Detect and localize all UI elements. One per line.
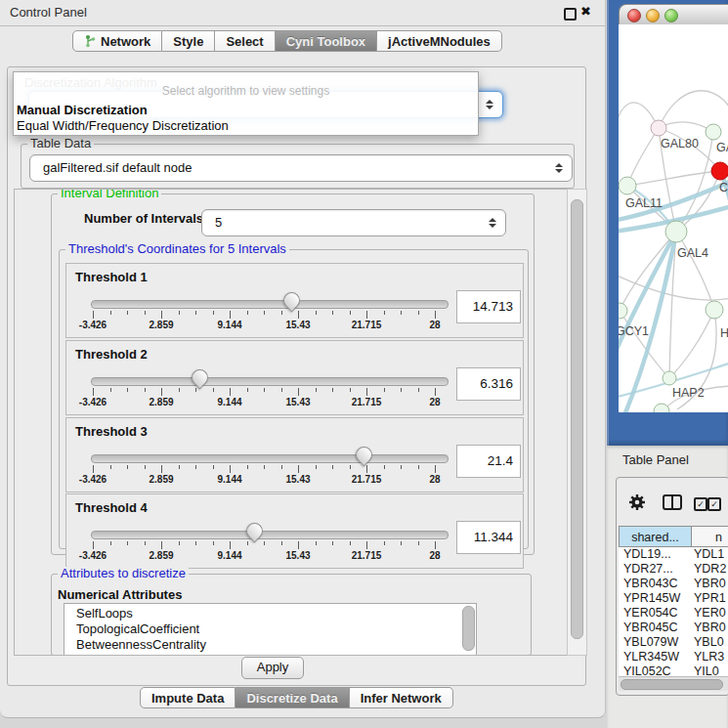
table-row[interactable]: YDL19...YDL1	[619, 547, 728, 562]
network-node[interactable]	[706, 124, 721, 140]
checkbox-icon[interactable]: ✓	[707, 497, 721, 511]
close-icon[interactable]: ✖	[580, 4, 591, 19]
number-of-intervals-label: Number of Intervals	[84, 211, 203, 226]
network-node[interactable]	[706, 301, 723, 319]
attribute-list-item[interactable]: SelfLoops	[64, 606, 476, 621]
tick-mark	[161, 311, 162, 319]
table-row[interactable]: YBR043CYBR0	[619, 577, 728, 591]
tick-mark	[213, 541, 214, 545]
gear-icon[interactable]	[628, 493, 646, 511]
tick-mark	[247, 311, 248, 315]
tick-mark	[247, 388, 248, 392]
tab-jactivemnodules[interactable]: jActiveMNodules	[377, 30, 502, 52]
tick-mark	[281, 311, 282, 315]
tick-label: 2.859	[132, 474, 191, 485]
table-row[interactable]: YER054CYER0	[619, 606, 728, 621]
cell-name: YBR0	[694, 577, 726, 591]
tab-label: Network	[101, 34, 150, 49]
cyni-toolbox-panel: Discretization Algorithm Select algorith…	[7, 66, 586, 686]
network-canvas[interactable]: GAL80GACGAL11GAL4GCY1HHAP2	[619, 24, 728, 412]
tick-label: 9.144	[200, 474, 259, 485]
tick-label: 21.715	[337, 474, 396, 485]
table-data-combobox[interactable]: galFiltered.sif default node	[29, 154, 573, 182]
column-header-shared-name[interactable]: shared...	[619, 526, 692, 547]
horizontal-scrollbar[interactable]	[619, 676, 728, 691]
minimize-traffic-light-icon[interactable]	[646, 9, 660, 22]
network-node[interactable]	[711, 162, 728, 180]
attribute-list-item[interactable]: TopologicalCoefficient	[64, 621, 476, 637]
algorithm-menu-item[interactable]: Equal Width/Frequency Discretization	[17, 118, 229, 133]
network-node[interactable]	[663, 371, 676, 385]
tick-mark	[384, 311, 385, 315]
threshold-value-field[interactable]: 6.316	[456, 367, 521, 401]
tab-label: Style	[173, 34, 203, 49]
network-node[interactable]	[619, 177, 636, 194]
control-panel-tabs: NetworkStyleSelectCyni ToolboxjActiveMNo…	[72, 30, 502, 52]
attribute-list-item[interactable]: BetweennessCentrality	[64, 637, 476, 653]
network-node[interactable]	[654, 404, 669, 412]
column-header-name[interactable]: n	[691, 526, 728, 547]
slider-track[interactable]	[91, 454, 449, 463]
tab-label: Discretize Data	[246, 691, 337, 706]
tick-mark	[298, 311, 299, 319]
table-row[interactable]: YPR145WYPR1	[619, 591, 728, 606]
apply-button[interactable]: Apply	[241, 657, 304, 679]
stepper-icon	[486, 100, 493, 109]
network-node[interactable]	[651, 120, 666, 136]
split-panel-icon[interactable]	[663, 494, 682, 510]
float-window-icon[interactable]	[564, 8, 577, 21]
network-icon	[84, 34, 96, 48]
slider-track[interactable]	[91, 377, 449, 386]
tick-label: 28	[406, 397, 464, 407]
tick-label: 21.715	[337, 550, 396, 561]
threshold-value-field[interactable]: 14.713	[456, 290, 521, 323]
tab-cyni-toolbox[interactable]: Cyni Toolbox	[276, 30, 377, 52]
network-node[interactable]	[665, 221, 687, 242]
tick-mark	[179, 465, 180, 469]
network-node[interactable]	[619, 303, 627, 319]
table-row[interactable]: YLR345WYLR3	[619, 650, 728, 664]
tick-mark	[435, 311, 436, 319]
horizontal-scrollbar-thumb[interactable]	[621, 679, 723, 690]
tab-infer-network[interactable]: Infer Network	[350, 687, 453, 708]
tab-select[interactable]: Select	[215, 30, 275, 52]
numerical-attributes-list[interactable]: SelfLoopsTopologicalCoefficientBetweenne…	[64, 603, 477, 656]
cell-name: YDR2	[694, 562, 726, 577]
slider-ticks	[91, 311, 447, 320]
tick-mark	[230, 388, 231, 396]
cell-name: YBR0	[694, 621, 726, 635]
tick-mark	[127, 541, 128, 545]
checkbox-icon[interactable]: ✓	[694, 497, 707, 511]
threshold-label: Threshold 3	[75, 424, 148, 439]
zoom-traffic-light-icon[interactable]	[664, 9, 678, 22]
close-traffic-light-icon[interactable]	[627, 9, 641, 22]
tab-network[interactable]: Network	[72, 30, 162, 52]
table-data-group: Table Data galFiltered.sif default node	[21, 144, 575, 189]
node-label: GCY1	[619, 324, 649, 338]
network-window-titlebar	[619, 4, 728, 26]
tick-mark	[264, 465, 265, 469]
tick-mark	[298, 388, 299, 396]
algorithm-menu-item[interactable]: Manual Discretization	[17, 103, 148, 117]
threshold-value-field[interactable]: 21.4	[456, 445, 521, 478]
tab-style[interactable]: Style	[162, 30, 215, 52]
slider-track[interactable]	[91, 300, 449, 309]
network-view-frame: GAL80GACGAL11GAL4GCY1HHAP2	[607, 0, 728, 446]
tab-impute-data[interactable]: Impute Data	[140, 687, 236, 708]
list-scrollbar-thumb[interactable]	[462, 606, 475, 651]
vertical-scrollbar[interactable]	[567, 189, 587, 656]
table-row[interactable]: YDR27...YDR2	[619, 562, 728, 577]
tab-discretize-data[interactable]: Discretize Data	[236, 687, 349, 708]
table-row[interactable]: YIL052CYIL0	[619, 664, 728, 676]
table-row[interactable]: YBR045CYBR0	[619, 621, 728, 635]
numerical-attributes-title: Numerical Attributes	[58, 587, 182, 602]
vertical-scrollbar-thumb[interactable]	[571, 199, 583, 639]
tick-label: 21.715	[337, 397, 396, 407]
attributes-group: Attributes to discretize Numerical Attri…	[51, 574, 532, 656]
threshold-panel: Threshold 1-3.4262.8599.14415.4321.71528…	[65, 263, 524, 338]
number-of-intervals-combobox[interactable]: 5	[201, 209, 506, 236]
node-label: GA	[716, 141, 728, 154]
table-row[interactable]: YBL079WYBL0	[619, 635, 728, 650]
slider-track[interactable]	[91, 531, 449, 539]
threshold-value-field[interactable]: 11.344	[456, 521, 521, 554]
